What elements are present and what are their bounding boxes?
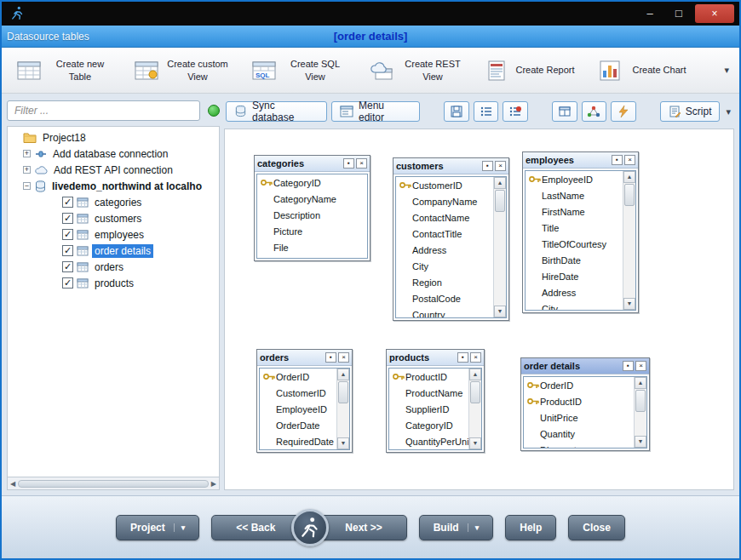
table-field-row[interactable]: PostalCode <box>396 290 493 306</box>
scrollbar-thumb[interactable] <box>635 390 646 412</box>
table-minimize-button[interactable]: ▪ <box>482 161 493 171</box>
scrollbar-track[interactable] <box>623 183 635 298</box>
table-vertical-scrollbar[interactable]: ▲▼ <box>468 369 481 449</box>
table-field-row[interactable]: CustomerID <box>260 385 336 401</box>
filter-status-button[interactable] <box>208 105 220 117</box>
scroll-up-icon[interactable]: ▲ <box>494 177 506 189</box>
table-field-row[interactable]: RequiredDate <box>260 433 336 449</box>
table-field-row[interactable]: OrderID <box>524 377 634 393</box>
split-window-button[interactable] <box>552 101 577 122</box>
scroll-up-icon[interactable]: ▲ <box>469 369 481 380</box>
table-field-row[interactable]: ContactTitle <box>396 226 493 242</box>
toolbar-button-create-report[interactable]: Create Report <box>480 56 584 85</box>
table-field-row[interactable]: EmployeeID <box>260 401 336 417</box>
tree-item-orders[interactable]: ✓orders <box>8 259 219 275</box>
minimize-button[interactable]: – <box>635 2 664 26</box>
relationships-button[interactable] <box>582 101 607 122</box>
scrollbar-track[interactable] <box>337 380 349 437</box>
table-window-titlebar[interactable]: categories▪× <box>255 156 370 172</box>
scrollbar-track[interactable] <box>635 389 646 436</box>
table-window-titlebar[interactable]: orders▪× <box>257 350 352 366</box>
tree-item-checkbox[interactable]: ✓ <box>62 261 73 272</box>
table-field-row[interactable]: CategoryID <box>389 417 468 433</box>
table-window-products[interactable]: products▪×ProductIDProductNameSupplierID… <box>386 349 485 453</box>
table-field-row[interactable]: ContactName <box>396 209 493 226</box>
tree-expander-minus-icon[interactable]: − <box>23 182 31 190</box>
table-window-order-details[interactable]: order details▪×OrderIDProductIDUnitPrice… <box>520 357 650 451</box>
scrollbar-thumb[interactable] <box>338 381 348 403</box>
scroll-up-icon[interactable]: ▲ <box>623 171 635 183</box>
list-alert-button[interactable] <box>503 101 528 122</box>
canvas-button-sync-database[interactable]: Sync database <box>226 101 327 122</box>
canvas-button-script[interactable]: Script <box>660 101 721 122</box>
scroll-down-icon[interactable]: ▼ <box>623 298 635 310</box>
tree-item-order-details[interactable]: ✓order details <box>8 243 219 259</box>
save-button[interactable] <box>444 101 469 122</box>
table-minimize-button[interactable]: ▪ <box>325 352 336 363</box>
bottom-button-help[interactable]: Help <box>505 515 556 540</box>
scroll-up-icon[interactable]: ▲ <box>635 377 646 389</box>
table-field-row[interactable]: TitleOfCourtesy <box>526 236 623 252</box>
table-field-row[interactable]: Description <box>257 207 367 223</box>
table-window-titlebar[interactable]: customers▪× <box>393 158 508 174</box>
table-field-row[interactable]: CategoryID <box>257 174 367 191</box>
table-field-row[interactable]: LastName <box>526 187 623 203</box>
table-close-button[interactable]: × <box>495 161 506 171</box>
scrollbar-thumb[interactable] <box>624 184 635 206</box>
table-field-row[interactable]: UnitPrice <box>524 409 634 426</box>
tree-item-add-database-connection[interactable]: +Add database connection <box>8 146 219 162</box>
table-field-row[interactable]: EmployeeID <box>526 171 623 187</box>
tree-item-checkbox[interactable]: ✓ <box>62 197 73 208</box>
table-field-row[interactable]: SupplierID <box>389 401 468 417</box>
table-field-row[interactable]: CustomerID <box>396 177 493 193</box>
table-field-row[interactable]: Country <box>396 306 493 317</box>
scroll-down-icon[interactable]: ▼ <box>469 437 481 449</box>
bolt-button[interactable] <box>611 101 636 122</box>
table-vertical-scrollbar[interactable]: ▲▼ <box>623 171 635 310</box>
table-window-customers[interactable]: customers▪×CustomerIDCompanyNameContactN… <box>393 157 509 321</box>
tree-item-checkbox[interactable]: ✓ <box>62 277 73 289</box>
table-field-row[interactable]: Address <box>526 284 623 300</box>
scroll-down-icon[interactable]: ▼ <box>494 306 506 317</box>
table-window-categories[interactable]: categories▪×CategoryIDCategoryNameDescri… <box>254 155 370 261</box>
table-field-row[interactable]: City <box>396 258 493 274</box>
toolbar-button-create-sql-view[interactable]: SQLCreate SQL View <box>245 54 354 87</box>
table-field-row[interactable]: Region <box>396 274 493 290</box>
table-window-titlebar[interactable]: order details▪× <box>521 358 649 374</box>
toolbar-button-create-new-table[interactable]: Create new Table <box>10 54 119 87</box>
table-window-titlebar[interactable]: products▪× <box>387 350 484 366</box>
bottom-button-project[interactable]: Project▾ <box>116 515 199 540</box>
tree-item-customers[interactable]: ✓customers <box>8 210 219 226</box>
tree-item-checkbox[interactable]: ✓ <box>62 229 73 240</box>
table-field-row[interactable]: HireDate <box>526 268 623 284</box>
table-field-row[interactable]: CompanyName <box>396 193 493 209</box>
scroll-right-icon[interactable]: ▶ <box>211 480 216 488</box>
scrollbar-thumb[interactable] <box>18 480 209 488</box>
scrollbar-thumb[interactable] <box>495 190 505 212</box>
table-vertical-scrollbar[interactable]: ▲▼ <box>493 177 506 317</box>
bottom-button-next[interactable]: Next >> <box>320 515 406 540</box>
bottom-button-back[interactable]: << Back <box>211 515 300 540</box>
table-field-row[interactable]: File <box>257 239 367 255</box>
table-close-button[interactable]: × <box>635 361 646 371</box>
tree-item-products[interactable]: ✓products <box>8 275 219 291</box>
table-close-button[interactable]: × <box>470 352 481 363</box>
table-field-row[interactable]: ProductID <box>524 393 634 409</box>
dropdown-chevron-icon[interactable]: ▾ <box>174 523 186 532</box>
scroll-up-icon[interactable]: ▲ <box>337 369 349 380</box>
scrollbar-thumb[interactable] <box>470 381 480 403</box>
scroll-down-icon[interactable]: ▼ <box>337 437 349 449</box>
table-field-row[interactable]: Quantity <box>524 426 634 442</box>
table-window-orders[interactable]: orders▪×OrderIDCustomerIDEmployeeIDOrder… <box>256 349 353 453</box>
table-close-button[interactable]: × <box>338 352 349 363</box>
table-vertical-scrollbar[interactable]: ▲▼ <box>634 377 646 448</box>
filter-input[interactable] <box>7 100 200 121</box>
table-field-row[interactable]: Title <box>526 220 623 236</box>
table-minimize-button[interactable]: ▪ <box>623 361 634 371</box>
close-button[interactable]: × <box>695 4 734 23</box>
tree-item-employees[interactable]: ✓employees <box>8 226 219 243</box>
scrollbar-track[interactable] <box>494 189 506 306</box>
table-field-row[interactable]: CategoryName <box>257 191 367 207</box>
canvas-button-menu-editor[interactable]: Menu editor <box>331 101 420 122</box>
table-field-row[interactable]: ProductName <box>389 385 468 401</box>
